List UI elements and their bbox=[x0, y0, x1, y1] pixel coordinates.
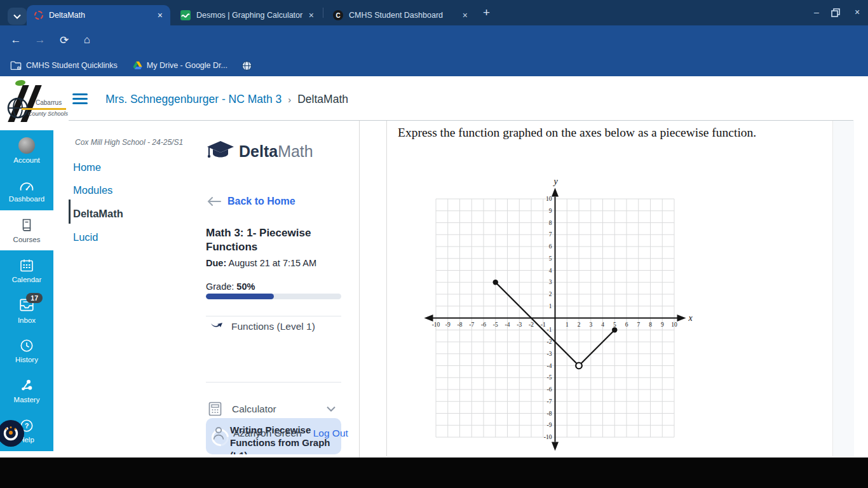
svg-text:-1: -1 bbox=[541, 322, 546, 328]
new-tab-button[interactable]: + bbox=[483, 6, 490, 20]
panel-divider bbox=[206, 382, 341, 383]
sidebar-item-mastery[interactable]: Mastery bbox=[0, 370, 53, 410]
course-nav-modules[interactable]: Modules bbox=[73, 184, 112, 196]
scrollbar-track[interactable] bbox=[832, 121, 854, 456]
tab-close-icon[interactable]: × bbox=[463, 10, 468, 20]
brand-light: Math bbox=[278, 142, 313, 160]
tab-cmhs-dashboard[interactable]: C CMHS Student Dashboard × bbox=[327, 5, 474, 25]
grade-progress-bar bbox=[206, 294, 341, 299]
panel-divider bbox=[206, 316, 341, 316]
sidebar-item-label: Dashboard bbox=[9, 195, 44, 203]
folder-gear-icon bbox=[10, 60, 22, 71]
history-clock-icon bbox=[19, 338, 34, 353]
svg-text:x: x bbox=[688, 313, 693, 323]
svg-text:10: 10 bbox=[546, 196, 552, 202]
course-nav-home[interactable]: Home bbox=[73, 161, 101, 173]
logout-link[interactable]: Log Out bbox=[313, 428, 348, 439]
course-nav-lucid[interactable]: Lucid bbox=[73, 231, 98, 243]
sidebar-item-dashboard[interactable]: Dashboard bbox=[0, 170, 53, 210]
svg-text:-8: -8 bbox=[458, 322, 463, 328]
sidebar-item-inbox[interactable]: 17 Inbox bbox=[0, 290, 53, 330]
google-drive-icon bbox=[133, 61, 142, 70]
bookmark-folder-quicklinks[interactable]: CMHS Student Quicklinks bbox=[10, 60, 118, 71]
svg-text:2: 2 bbox=[549, 291, 552, 297]
sidebar-item-courses[interactable]: Courses bbox=[0, 210, 53, 250]
bookmark-label: My Drive - Google Dr... bbox=[147, 61, 227, 70]
calculator-icon bbox=[208, 402, 222, 416]
global-nav-toggle[interactable] bbox=[72, 93, 88, 107]
logo-text-1: Cabarrus bbox=[36, 99, 62, 106]
grade-value: 50% bbox=[236, 281, 255, 292]
svg-text:6: 6 bbox=[549, 243, 552, 250]
brand-bold: Delta bbox=[239, 142, 278, 160]
back-icon[interactable]: ← bbox=[6, 30, 25, 50]
svg-text:6: 6 bbox=[625, 322, 628, 328]
svg-text:-2: -2 bbox=[529, 322, 534, 328]
tab-search-button[interactable] bbox=[8, 8, 27, 25]
sidebar-item-calendar[interactable]: Calendar bbox=[0, 250, 53, 290]
skill-group-label: Functions (Level 1) bbox=[231, 321, 315, 332]
grade-label: Grade: bbox=[206, 281, 236, 292]
due-date: Due: August 21 at 7:15 AM bbox=[206, 258, 316, 268]
breadcrumb-course-link[interactable]: Mrs. Schneggenburger - NC Math 3 bbox=[105, 93, 281, 106]
assignment-title: Math 3: 1- Piecewise Functions bbox=[206, 226, 336, 254]
bookmark-my-drive[interactable]: My Drive - Google Dr... bbox=[133, 61, 227, 70]
svg-text:3: 3 bbox=[589, 322, 592, 328]
sidebar-item-history[interactable]: History bbox=[0, 330, 53, 370]
tab-desmos[interactable]: Desmos | Graphing Calculator × bbox=[174, 5, 320, 25]
chevron-down-icon bbox=[13, 14, 21, 19]
forward-icon: → bbox=[31, 30, 50, 50]
svg-text:5: 5 bbox=[549, 255, 552, 262]
logo-rule bbox=[22, 108, 66, 110]
course-term: Cox Mill High School - 24-25/S1 bbox=[75, 138, 183, 147]
back-arrow-icon bbox=[207, 197, 221, 206]
calculator-row[interactable]: Calculator bbox=[208, 402, 336, 416]
question-text: Express the function graphed on the axes… bbox=[398, 124, 770, 142]
courses-book-icon bbox=[19, 218, 34, 233]
bookmark-label: CMHS Student Quicklinks bbox=[26, 61, 118, 70]
back-link-label: Back to Home bbox=[227, 196, 295, 207]
svg-text:-3: -3 bbox=[547, 351, 552, 357]
svg-text:y: y bbox=[552, 177, 558, 186]
course-nav-deltamath[interactable]: DeltaMath bbox=[73, 208, 123, 220]
sidebar-item-label: Courses bbox=[13, 236, 41, 243]
tab-close-icon[interactable]: × bbox=[309, 10, 314, 20]
avatar bbox=[18, 137, 35, 154]
dashboard-gauge-icon bbox=[18, 179, 35, 193]
screen: DeltaMath × Desmos | Graphing Calculator… bbox=[0, 0, 868, 488]
svg-text:2: 2 bbox=[578, 322, 581, 328]
tab-divider bbox=[323, 8, 323, 18]
user-row: Azariyon Green Log Out bbox=[212, 426, 348, 440]
svg-text:-4: -4 bbox=[505, 322, 510, 328]
sidebar-item-label: Calendar bbox=[12, 276, 42, 283]
panel-right-divider bbox=[359, 121, 360, 458]
breadcrumb: Mrs. Schneggenburger - NC Math 3 › Delta… bbox=[105, 93, 348, 106]
bookmark-globe[interactable] bbox=[241, 60, 252, 71]
svg-text:?: ? bbox=[25, 422, 29, 430]
skill-group-row[interactable]: Functions (Level 1) bbox=[210, 321, 315, 332]
home-icon[interactable]: ⌂ bbox=[78, 30, 97, 50]
svg-text:-5: -5 bbox=[493, 322, 498, 328]
inbox-icon-wrap: 17 bbox=[18, 297, 35, 314]
svg-text:-3: -3 bbox=[517, 322, 522, 328]
district-logo: Cabarrus County Schools bbox=[0, 80, 71, 132]
bookmarks-bar: CMHS Student Quicklinks My Drive - Googl… bbox=[0, 55, 868, 76]
calendar-icon bbox=[19, 258, 34, 273]
svg-text:4: 4 bbox=[601, 322, 604, 328]
cmhs-favicon: C bbox=[333, 10, 343, 20]
svg-text:-1: -1 bbox=[547, 327, 552, 333]
tab-close-icon[interactable]: × bbox=[158, 10, 163, 20]
sidebar-item-account[interactable]: Account bbox=[0, 130, 53, 170]
window-restore-button[interactable] bbox=[831, 8, 840, 20]
svg-text:-10: -10 bbox=[544, 434, 552, 440]
active-nav-indicator bbox=[69, 200, 71, 224]
svg-text:-6: -6 bbox=[547, 386, 552, 393]
reload-icon[interactable]: ⟳ bbox=[55, 30, 74, 50]
back-to-home-link[interactable]: Back to Home bbox=[207, 196, 295, 207]
svg-text:-7: -7 bbox=[547, 398, 552, 405]
tab-deltamath[interactable]: DeltaMath × bbox=[27, 5, 170, 25]
breadcrumb-current: DeltaMath bbox=[297, 93, 348, 106]
window-minimize-button[interactable]: – bbox=[808, 7, 825, 17]
window-close-button[interactable]: × bbox=[849, 7, 865, 17]
deltamath-logo-icon bbox=[206, 140, 235, 161]
